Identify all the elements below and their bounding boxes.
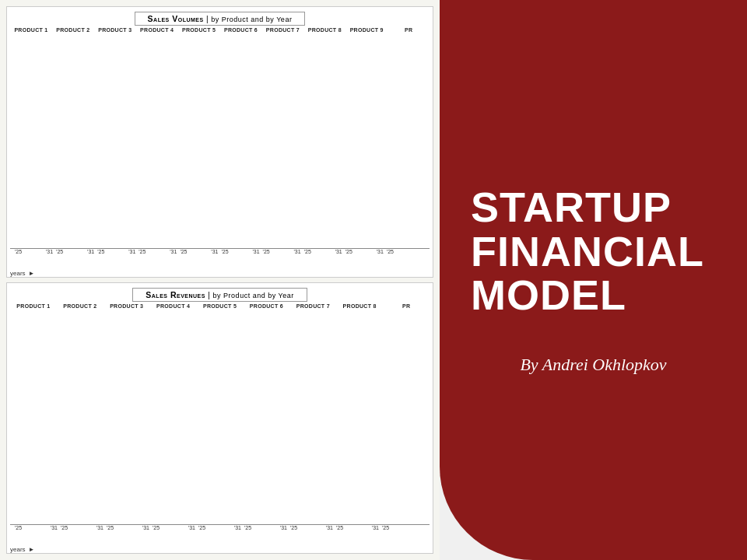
main-title: Startup Financial Model: [471, 185, 716, 317]
prod-label: Product 4: [150, 303, 197, 309]
chart2-area: '25'31 '25'31 '25'31 '25'31 '25'31 '25'3…: [7, 310, 433, 544]
prod-label: Product 2: [57, 303, 103, 309]
years-arrow-icon: ►: [29, 270, 35, 277]
prod-label: Product 4: [136, 27, 178, 33]
chart1-title-light: by Product and by Year: [211, 16, 292, 23]
subtitle: By Andrei Okhlopkov: [471, 355, 716, 375]
left-panel: Sales Volumes | by Product and by Year P…: [0, 0, 440, 560]
chart1-product-labels: Product 1 Product 2 Product 3 Product 4 …: [7, 27, 433, 33]
title-line2: Financial: [471, 229, 716, 274]
prod-label: Product 2: [52, 27, 94, 33]
chart1-bars: [10, 34, 430, 249]
chart1-area: '25'31 '25'31 '25'31 '25'31 '25'31 '25'3…: [7, 34, 433, 268]
prod-label: Product 1: [10, 303, 57, 309]
title-line3: Model: [471, 273, 716, 317]
years-arrow-icon: ►: [29, 546, 35, 553]
prod-label: Pr: [383, 303, 430, 309]
prod-label: Product 3: [103, 303, 150, 309]
prod-label: Product 7: [289, 303, 336, 309]
prod-label: Product 6: [243, 303, 289, 309]
right-panel: Startup Financial Model By Andrei Okhlop…: [440, 0, 747, 560]
prod-label: Product 5: [197, 303, 244, 309]
chart2-product-labels: Product 1 Product 2 Product 3 Product 4 …: [7, 303, 433, 309]
prod-label: Product 9: [345, 27, 388, 33]
chart1-title: Sales Volumes | by Product and by Year: [135, 12, 306, 26]
chart2-title: Sales Revenues | by Product and by Year: [132, 288, 307, 302]
chart1-xaxis: '25'31 '25'31 '25'31 '25'31 '25'31 '25'3…: [10, 249, 430, 254]
prod-label: Product 5: [178, 27, 220, 33]
chart1-years-label: years ►: [7, 270, 433, 277]
sales-revenues-chart: Sales Revenues | by Product and by Year …: [6, 282, 433, 554]
prod-label: Pr: [388, 27, 430, 33]
chart1-title-bold: Sales Volumes: [148, 14, 204, 23]
chart2-title-light: by Product and by Year: [213, 292, 294, 299]
chart2-title-bold: Sales Revenues: [146, 290, 205, 299]
chart2-xaxis: '25'31 '25'31 '25'31 '25'31 '25'31 '25'3…: [10, 525, 430, 530]
sales-volumes-chart: Sales Volumes | by Product and by Year P…: [6, 6, 433, 278]
prod-label: Product 7: [261, 27, 303, 33]
prod-label: Product 3: [94, 27, 136, 33]
prod-label: Product 8: [336, 303, 383, 309]
prod-label: Product 6: [220, 27, 262, 33]
title-line1: Startup: [471, 185, 716, 229]
prod-label: Product 8: [303, 27, 345, 33]
chart2-bars: [10, 310, 430, 525]
prod-label: Product 1: [10, 27, 52, 33]
chart2-years-label: years ►: [7, 546, 433, 553]
